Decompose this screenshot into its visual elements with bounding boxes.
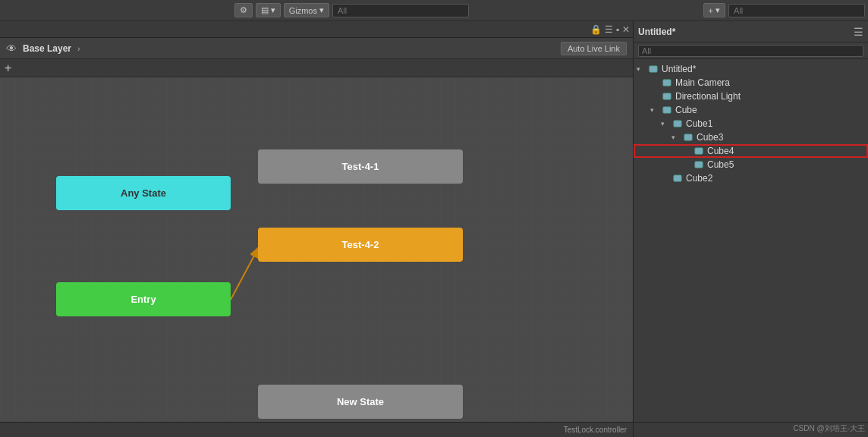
any-state-label: Any State [121, 187, 166, 199]
top-toolbar: ⚙ ▤ ▾ Gizmos ▾ + ▾ [0, 0, 868, 21]
tree-label-untitled: Untitled* [662, 64, 696, 74]
entry-node[interactable]: Entry [56, 282, 231, 316]
svg-rect-3 [663, 80, 671, 86]
hierarchy-bottom: CSDN @刘培王-大王 [634, 422, 868, 437]
tree-item-cube5[interactable]: Cube5 [634, 158, 868, 171]
cube4-icon [693, 145, 705, 157]
hierarchy-tree: ▾ Untitled* Main Camera Dir [634, 59, 868, 422]
hierarchy-title: Untitled* [638, 27, 851, 37]
cube5-icon [693, 159, 705, 171]
cube-icon [661, 104, 673, 116]
add-button[interactable]: + ▾ [703, 3, 725, 17]
dropdown-icon: ▾ [271, 5, 275, 15]
eye-icon: 👁 [6, 42, 17, 55]
gizmos-label: Gizmos [289, 6, 317, 15]
cube1-icon [671, 118, 684, 130]
hierarchy-search-bar [634, 42, 868, 59]
breadcrumb-arrow: › [77, 44, 80, 53]
hierarchy-filter-input[interactable] [638, 45, 863, 57]
new-state-label: New State [337, 396, 384, 407]
directional-light-icon [661, 90, 673, 102]
tools-icon: ⚙ [240, 5, 247, 15]
hierarchy-header: Untitled* ☰ [634, 21, 868, 42]
tree-item-cube2[interactable]: Cube2 [634, 171, 868, 185]
svg-rect-9 [695, 162, 703, 168]
lock-icon[interactable]: 🔒 [590, 24, 602, 35]
auto-live-link-button[interactable]: Auto Live Link [561, 42, 627, 55]
cube3-icon [682, 131, 694, 143]
test42-node[interactable]: Test-4-2 [258, 228, 463, 262]
tree-label-cube2: Cube2 [686, 173, 712, 184]
svg-rect-4 [663, 93, 671, 99]
add-layer-button[interactable]: + [5, 62, 11, 74]
svg-rect-6 [674, 121, 681, 127]
tree-label-directional-light: Directional Light [675, 91, 741, 102]
any-state-node[interactable]: Any State [56, 176, 231, 210]
hierarchy-menu-icon[interactable]: ☰ [854, 26, 863, 38]
svg-rect-8 [695, 148, 703, 154]
svg-rect-10 [674, 175, 681, 181]
entry-label: Entry [131, 294, 156, 305]
test41-label: Test-4-1 [342, 161, 379, 172]
animator-canvas[interactable]: Any State Entry Test-4-1 Test-4-2 New St… [0, 77, 633, 422]
tree-item-untitled[interactable]: ▾ Untitled* [634, 62, 868, 76]
test42-label: Test-4-2 [342, 239, 379, 250]
scene-search-input[interactable] [332, 4, 469, 17]
tree-arrow-cube3: ▾ [671, 134, 682, 141]
tree-label-cube: Cube [675, 105, 697, 115]
tree-arrow-cube: ▾ [650, 106, 661, 114]
tree-label-cube1: Cube1 [686, 118, 712, 129]
tree-item-main-camera[interactable]: Main Camera [634, 76, 868, 90]
animator-subheader: + [0, 59, 633, 77]
tree-item-cube4[interactable]: Cube4 [634, 144, 868, 158]
svg-rect-2 [649, 66, 657, 72]
maximize-icon[interactable]: ▪ [616, 24, 619, 35]
base-layer-label: Base Layer [23, 43, 71, 54]
watermark: CSDN @刘培王-大王 [793, 423, 865, 434]
gizmos-button[interactable]: Gizmos ▾ [284, 3, 329, 17]
svg-rect-7 [684, 134, 692, 140]
tree-item-cube[interactable]: ▾ Cube [634, 103, 868, 117]
tools-button[interactable]: ⚙ [234, 3, 253, 17]
tree-arrow-untitled: ▾ [637, 65, 647, 73]
main-camera-icon [661, 77, 673, 89]
close-icon[interactable]: ✕ [622, 24, 630, 35]
menu-icon[interactable]: ☰ [605, 24, 613, 35]
animator-statusbar: TestLock.controller [0, 422, 633, 437]
hierarchy-panel: Untitled* ☰ ▾ Untitled* Main Camera [634, 21, 868, 437]
add-icon: + [709, 6, 713, 15]
tree-label-main-camera: Main Camera [675, 77, 730, 88]
tree-label-cube5: Cube5 [707, 159, 734, 170]
gizmos-dropdown-icon: ▾ [319, 5, 324, 15]
tree-label-cube3: Cube3 [697, 132, 723, 143]
test41-node[interactable]: Test-4-1 [258, 149, 463, 184]
layers-button[interactable]: ▤ ▾ [256, 3, 281, 17]
animator-header: 👁 Base Layer › Auto Live Link [0, 38, 633, 59]
new-state-node[interactable]: New State [258, 385, 463, 419]
animator-status: TestLock.controller [564, 426, 627, 434]
tree-item-cube1[interactable]: ▾ Cube1 [634, 117, 868, 130]
cube2-icon [671, 172, 684, 184]
animator-topbar: 🔒 ☰ ▪ ✕ [0, 21, 633, 38]
svg-rect-5 [663, 107, 671, 113]
hierarchy-search-input[interactable] [728, 4, 865, 17]
svg-line-1 [231, 246, 259, 300]
tree-item-directional-light[interactable]: Directional Light [634, 90, 868, 103]
animator-panel: 🔒 ☰ ▪ ✕ 👁 Base Layer › Auto Live Link + [0, 21, 634, 437]
add-dropdown-icon: ▾ [715, 5, 720, 15]
layers-icon: ▤ [261, 5, 269, 15]
tree-label-cube4: Cube4 [707, 146, 734, 156]
tree-item-cube3[interactable]: ▾ Cube3 [634, 130, 868, 144]
main-content: 🔒 ☰ ▪ ✕ 👁 Base Layer › Auto Live Link + [0, 21, 868, 437]
untitled-icon [647, 63, 659, 75]
tree-arrow-cube1: ▾ [661, 120, 671, 127]
